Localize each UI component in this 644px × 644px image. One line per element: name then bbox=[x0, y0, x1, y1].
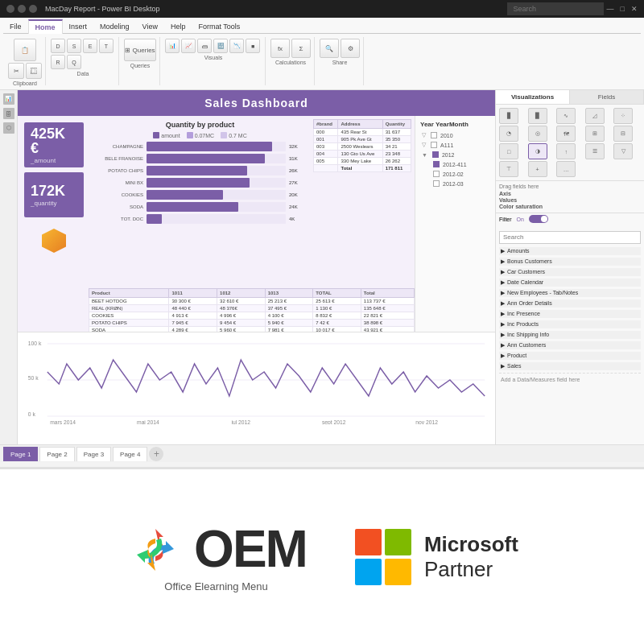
viz-waterfall[interactable]: ⊤ bbox=[499, 161, 518, 177]
ribbon-data-btn-5[interactable]: R bbox=[51, 55, 65, 69]
field-group-presence-header[interactable]: ▶Inc Presence bbox=[499, 310, 641, 318]
ribbon-vis-btn-3[interactable]: 🗃 bbox=[197, 39, 212, 53]
window-chrome: MacDay Report - Power BI Desktop —□✕ bbox=[0, 0, 644, 18]
ribbon-paste-btn[interactable]: 📋 bbox=[14, 39, 36, 61]
ribbon-vis-btn-2[interactable]: 📈 bbox=[181, 39, 196, 53]
field-group-customers-header[interactable]: ▶Ann Customers bbox=[499, 341, 641, 349]
page-tab-1[interactable]: Page 1 bbox=[3, 447, 38, 461]
field-group-products-header[interactable]: ▶Inc Products bbox=[499, 320, 641, 328]
kpi-quantity: 172K _quantity bbox=[24, 172, 84, 217]
kpi-quantity-value: 172K bbox=[31, 184, 77, 198]
viz-pie[interactable]: ◔ bbox=[499, 126, 518, 142]
field-group-shipping: ▶Inc Shipping Info bbox=[499, 331, 641, 339]
tab-help[interactable]: Help bbox=[164, 19, 192, 34]
ribbon-queries-btn[interactable]: ⊞ Queries bbox=[124, 39, 156, 61]
viz-gauge[interactable]: ◑ bbox=[528, 143, 547, 159]
viz-scatter[interactable]: ⁘ bbox=[613, 108, 633, 124]
tab-format-tools[interactable]: Format Tools bbox=[192, 19, 246, 34]
view-icon-report[interactable]: 📊 bbox=[3, 93, 14, 105]
slicer-2012[interactable]: ▼ 2012 bbox=[420, 151, 490, 159]
viz-card[interactable]: □ bbox=[499, 143, 518, 159]
data-row-1: REAL (KRØN)48 440 €48 376€37 495 €1 130 … bbox=[89, 305, 415, 312]
slicer-check-2012-411[interactable] bbox=[433, 161, 440, 167]
tab-file[interactable]: File bbox=[3, 19, 28, 34]
tab-modeling[interactable]: Modeling bbox=[93, 19, 136, 34]
ribbon-cut-btn[interactable]: ✂ bbox=[8, 63, 24, 79]
ms-sq-red bbox=[355, 529, 382, 555]
ribbon-vis-btn-6[interactable]: ■ bbox=[246, 39, 260, 53]
ms-partner-sub: Partner bbox=[424, 557, 518, 582]
viz-donut[interactable]: ◎ bbox=[528, 126, 547, 142]
field-group-bonus-header[interactable]: ▶Bonus Customers bbox=[499, 258, 641, 266]
filter-toggle[interactable] bbox=[529, 215, 548, 223]
ribbon-calc-btn-2[interactable]: Σ bbox=[291, 39, 311, 58]
viz-table[interactable]: ⊞ bbox=[585, 126, 605, 142]
bar-label-1: BELE FRANOISE bbox=[95, 156, 143, 161]
field-group-date-header[interactable]: ▶Date Calendar bbox=[499, 279, 641, 287]
slicer-a111[interactable]: ▽ A111 bbox=[420, 141, 490, 149]
svg-text:mai 2014: mai 2014 bbox=[137, 419, 159, 424]
ribbon-data-btn-3[interactable]: E bbox=[83, 39, 97, 53]
slicer-2012-411[interactable]: 2012-411 bbox=[420, 160, 490, 168]
viz-area-chart[interactable]: ◿ bbox=[585, 108, 605, 124]
tab-add-button[interactable]: + bbox=[149, 447, 163, 461]
view-icon-data[interactable]: 🗄 bbox=[3, 108, 14, 119]
page-tab-4[interactable]: Page 4 bbox=[113, 447, 147, 461]
field-group-sales-header[interactable]: ▶Sales bbox=[499, 362, 641, 370]
viz-more[interactable]: … bbox=[556, 161, 576, 177]
ribbon-more-btn-2[interactable]: ⚙ bbox=[341, 39, 360, 58]
tab-fields[interactable]: Fields bbox=[570, 90, 644, 104]
ribbon-data-btn-4[interactable]: T bbox=[99, 39, 114, 53]
field-group-shipping-header[interactable]: ▶Inc Shipping Info bbox=[499, 331, 641, 339]
viz-kpi[interactable]: ↑ bbox=[556, 143, 576, 159]
viz-column-chart[interactable]: ▉ bbox=[528, 108, 547, 124]
tab-home[interactable]: Home bbox=[28, 19, 63, 34]
right-panels: Visualizations Fields ▊ ▉ ∿ ◿ ⁘ ◔ ◎ 🗺 ⊞ … bbox=[495, 90, 644, 444]
dashboard-body: 425K € _amount 172K _quantity Quantity b… bbox=[18, 116, 495, 357]
ribbon-vis-btn-5[interactable]: 📉 bbox=[229, 39, 244, 53]
field-group-car-header[interactable]: ▶Car Customers bbox=[499, 268, 641, 276]
slicer-check-2012[interactable] bbox=[432, 151, 439, 158]
field-group-orders-header[interactable]: ▶Ann Order Details bbox=[499, 299, 641, 308]
ribbon-data-btn-2[interactable]: S bbox=[67, 39, 81, 53]
ribbon-data-btn-1[interactable]: D bbox=[51, 39, 65, 53]
ribbon-vis-btn-4[interactable]: 🔢 bbox=[213, 39, 228, 53]
ribbon-more-btn-1[interactable]: 🔍 bbox=[320, 39, 339, 58]
page-tab-2[interactable]: Page 2 bbox=[39, 447, 74, 461]
window-search[interactable] bbox=[507, 2, 604, 15]
field-group-amounts-header[interactable]: ▶Amounts bbox=[499, 247, 641, 255]
field-group-employees-header[interactable]: ▶New Employees - Tab/Notes bbox=[499, 289, 641, 297]
bar-chart-title: Quantity by product bbox=[95, 121, 305, 129]
tab-insert[interactable]: Insert bbox=[63, 19, 94, 34]
ribbon-vis-btn-1[interactable]: 📊 bbox=[165, 39, 180, 53]
slicer-2012-03[interactable]: 2012-03 bbox=[420, 180, 490, 188]
viz-custom[interactable]: + bbox=[528, 161, 547, 177]
window-min-btn[interactable] bbox=[18, 5, 26, 13]
field-group-product2-header[interactable]: ▶Product bbox=[499, 352, 641, 360]
tab-view[interactable]: View bbox=[136, 19, 164, 34]
view-icon-model[interactable]: ⬡ bbox=[3, 122, 14, 134]
slicer-check-2012-02[interactable] bbox=[433, 171, 440, 177]
field-search-input[interactable] bbox=[499, 231, 641, 244]
slicer-2010[interactable]: ▽ 2010 bbox=[420, 131, 490, 139]
slicer-2012-02[interactable]: 2012-02 bbox=[420, 170, 490, 178]
ribbon-calc-btn-1[interactable]: fx bbox=[270, 39, 290, 58]
ribbon-data-btn-6[interactable]: Q bbox=[67, 55, 81, 69]
slicer-check-2012-03[interactable] bbox=[433, 180, 440, 187]
tab-visualizations[interactable]: Visualizations bbox=[496, 90, 570, 104]
page-tab-3[interactable]: Page 3 bbox=[76, 447, 111, 461]
viz-slicer[interactable]: ☰ bbox=[585, 143, 605, 159]
viz-matrix[interactable]: ⊟ bbox=[613, 126, 633, 142]
left-panel: 📊 🗄 ⬡ bbox=[0, 90, 18, 444]
window-close-btn[interactable] bbox=[6, 5, 14, 13]
ribbon-copy-btn[interactable]: ⿴ bbox=[26, 63, 42, 79]
window-max-btn[interactable] bbox=[29, 5, 37, 13]
field-group-products: ▶Inc Products bbox=[499, 320, 641, 328]
bar-value-6: 4K bbox=[289, 217, 305, 221]
slicer-check-a111[interactable] bbox=[431, 142, 437, 148]
slicer-check-2010[interactable] bbox=[431, 132, 437, 138]
viz-line-chart[interactable]: ∿ bbox=[556, 108, 576, 124]
viz-map[interactable]: 🗺 bbox=[556, 126, 576, 142]
viz-bar-chart[interactable]: ▊ bbox=[499, 108, 518, 124]
viz-funnel[interactable]: ▽ bbox=[613, 143, 633, 159]
